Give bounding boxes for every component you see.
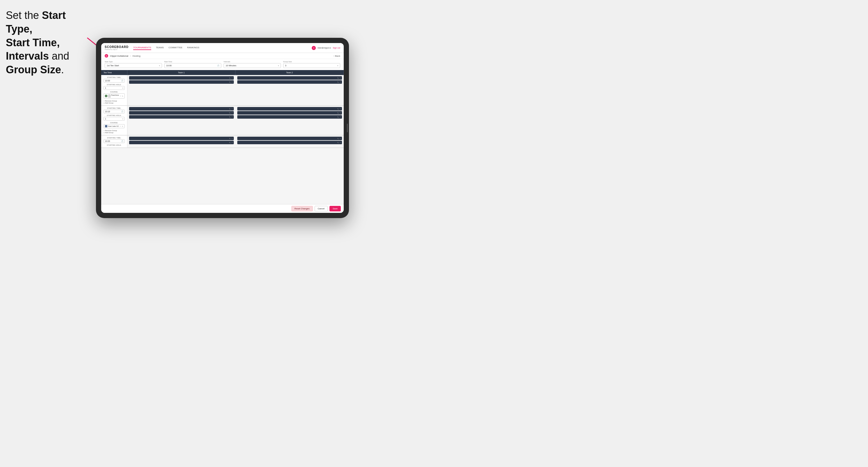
group-size-select[interactable]: 3 ▾: [283, 63, 341, 68]
course-edit-1[interactable]: ✎: [122, 95, 123, 97]
player-x-6-1[interactable]: ×: [340, 137, 341, 139]
back-button[interactable]: ‹ Back: [334, 55, 340, 57]
nav-tab-committee[interactable]: COMMITTEE: [168, 45, 182, 50]
player-edit-6-2[interactable]: ✎: [337, 142, 339, 144]
player-x-5-2[interactable]: ×: [231, 142, 232, 143]
player-x-3-2[interactable]: ×: [231, 112, 232, 114]
team2-cell-3: ✎ × ✎ ×: [236, 135, 344, 148]
player-x-2-2[interactable]: ×: [340, 81, 341, 83]
instruction-start-type: Start Type,: [6, 9, 66, 35]
player-edit-5-1[interactable]: ✎: [229, 137, 230, 139]
team1-cell-3: ✎ × ✎ ×: [127, 135, 236, 148]
nav-tab-rankings[interactable]: RANKINGS: [187, 45, 199, 50]
add-group-link-2[interactable]: + Add Group: [103, 132, 125, 133]
course-area-2: 🏌 East Lake GC × ✎: [103, 124, 125, 128]
group-size-chevron: ▾: [337, 65, 338, 67]
logo-sub: Powered by clipp.io: [105, 49, 128, 50]
remove-group-link-1[interactable]: ○ Remove Group: [103, 100, 125, 102]
group-section-3: STARTING TIME: 10:20 🕐 STARTING HOLE: ✎ …: [101, 135, 344, 148]
start-type-select[interactable]: 1st Tee Start ▾: [105, 63, 162, 68]
player-x-3-1[interactable]: ×: [231, 108, 232, 110]
player-row-5-1: ✎ ×: [129, 137, 234, 140]
player-row-5-2: ✎ ×: [129, 141, 234, 144]
side-button: [347, 124, 348, 132]
user-avatar: B: [312, 46, 316, 50]
hole-chevron-1: ▾: [122, 87, 123, 89]
breadcrumb-tournament[interactable]: Clippd Invitational: [110, 55, 128, 57]
player-edit-4-3[interactable]: ✎: [337, 116, 339, 118]
hole-chevron-2: ▾: [122, 118, 123, 120]
player-edit-3-2[interactable]: ✎: [229, 112, 230, 114]
save-button[interactable]: Save: [330, 206, 341, 211]
player-x-1-2[interactable]: ×: [231, 81, 232, 83]
remove-group-link-2[interactable]: ○ Remove Group: [103, 130, 125, 131]
starting-time-value-1: 10:00: [105, 80, 110, 82]
start-type-field: Start Type 1st Tee Start ▾: [105, 61, 162, 68]
sign-out-link[interactable]: Sign out: [333, 47, 340, 49]
team2-cell-2: ✎ × ✎ × ✎ ×: [236, 106, 344, 135]
player-x-3-3[interactable]: ×: [231, 116, 232, 118]
player-edit-2-1[interactable]: ✎: [337, 77, 339, 79]
breadcrumb-bar: C Clippd Invitational › Hosting ‹ Back: [101, 53, 344, 59]
player-x-2-1[interactable]: ×: [340, 77, 341, 79]
player-edit-1-1[interactable]: ✎: [229, 77, 230, 79]
breadcrumb-section: Hosting: [133, 55, 141, 57]
player-edit-3-3[interactable]: ✎: [229, 116, 230, 118]
player-row-3-1: ✎ ×: [129, 107, 234, 111]
footer-bar: Reset Changes Cancel Save: [101, 204, 344, 213]
course-icon-1: A: [105, 95, 107, 97]
nav-tab-tournaments[interactable]: TOURNAMENTS: [133, 45, 151, 50]
time-icon-3: 🕐: [121, 140, 123, 142]
starting-hole-input-1[interactable]: 1 ▾: [103, 86, 125, 90]
player-edit-4-1[interactable]: ✎: [337, 108, 339, 110]
cancel-button[interactable]: Cancel: [315, 206, 328, 211]
tablet-frame: SCOREBOARD Powered by clipp.io TOURNAMEN…: [96, 38, 349, 218]
player-x-5-1[interactable]: ×: [231, 137, 232, 139]
group-section-1: STARTING TIME: 10:00 🕐 STARTING HOLE: 1 …: [101, 75, 344, 106]
player-row-4-3: ✎ ×: [237, 115, 342, 119]
player-x-6-2[interactable]: ×: [340, 142, 341, 143]
group-row-1: STARTING TIME: 10:00 🕐 STARTING HOLE: 1 …: [101, 75, 344, 105]
instruction-panel: Set the Start Type, Start Time, Interval…: [6, 9, 90, 77]
player-x-4-3[interactable]: ×: [340, 116, 341, 118]
start-time-select[interactable]: 10:00 🕐: [164, 63, 222, 68]
course-remove-x-1[interactable]: ×: [120, 95, 121, 97]
course-edit-2[interactable]: ✎: [122, 125, 123, 127]
th-team1: Team 1: [127, 70, 236, 75]
player-row-3-3: ✎ ×: [129, 115, 234, 119]
player-x-4-1[interactable]: ×: [340, 108, 341, 110]
starting-hole-input-2[interactable]: 1 ▾: [103, 117, 125, 121]
starting-time-label-1: STARTING TIME:: [103, 76, 125, 78]
player-edit-3-1[interactable]: ✎: [229, 108, 230, 110]
start-type-chevron: ▾: [159, 65, 160, 67]
course-label-2: COURSE:: [103, 122, 125, 124]
reset-changes-button[interactable]: Reset Changes: [291, 206, 313, 211]
starting-time-value-2: 10:10: [105, 111, 110, 113]
group-size-field: Group Size 3 ▾: [283, 61, 341, 68]
player-row-4-1: ✎ ×: [237, 107, 342, 111]
player-edit-4-2[interactable]: ✎: [337, 112, 339, 114]
player-x-1-1[interactable]: ×: [231, 77, 232, 79]
starting-time-input-1[interactable]: 10:00 🕐: [103, 79, 125, 83]
course-remove-x-2[interactable]: ×: [120, 125, 121, 127]
player-edit-2-2[interactable]: ✎: [337, 81, 339, 83]
instruction-group-size: Group Size: [6, 64, 61, 75]
starting-time-input-3[interactable]: 10:20 🕐: [103, 139, 125, 143]
player-edit-6-1[interactable]: ✎: [337, 137, 339, 139]
starting-time-label-3: STARTING TIME:: [103, 137, 125, 139]
starting-hole-label-3: STARTING HOLE:: [103, 144, 125, 146]
action-links-2: ○ Remove Group + Add Group: [103, 130, 125, 133]
start-type-label: Start Type: [105, 61, 162, 63]
team1-cell-1: ✎ × ✎ ×: [127, 75, 236, 105]
course-icon-2: 🏌: [105, 125, 107, 127]
intervals-select[interactable]: 10 Minutes ▾: [224, 63, 281, 68]
start-type-value: 1st Tee Start: [107, 64, 119, 67]
player-edit-1-2[interactable]: ✎: [229, 81, 230, 83]
nav-tab-teams[interactable]: TEAMS: [156, 45, 164, 50]
player-edit-5-2[interactable]: ✎: [229, 142, 230, 144]
table-body: STARTING TIME: 10:00 🕐 STARTING HOLE: 1 …: [101, 75, 344, 204]
player-x-4-2[interactable]: ×: [340, 112, 341, 114]
starting-time-input-2[interactable]: 10:10 🕐: [103, 110, 125, 114]
table-header: Tee Time Team 1 Team 2: [101, 70, 344, 75]
add-group-link-1[interactable]: + Add Group: [103, 102, 125, 104]
